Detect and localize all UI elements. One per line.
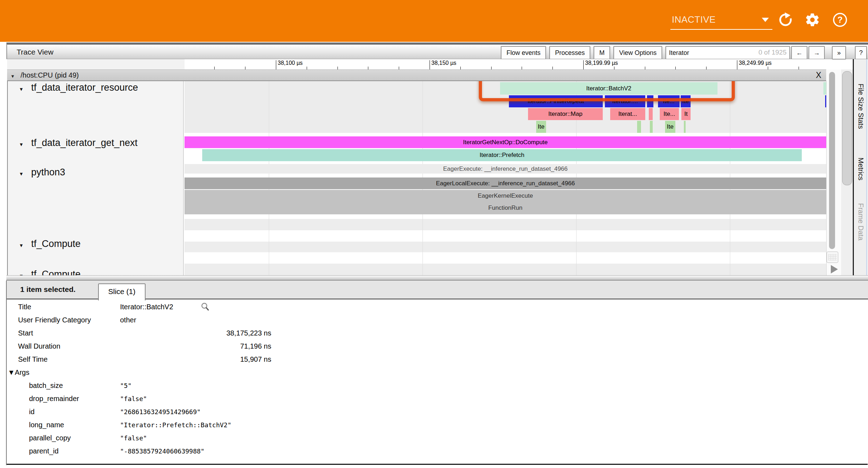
detail-row: drop_remainder"false" [7, 395, 868, 408]
ruler-minor-tick [491, 67, 492, 69]
detail-row: ▼Args [7, 368, 868, 382]
detail-row: parallel_copy"false" [7, 434, 868, 447]
refresh-icon[interactable] [778, 12, 793, 28]
details-bottom-border [7, 464, 868, 465]
help-shortcuts-button[interactable]: ? [855, 46, 867, 60]
ruler-minor-tick [552, 67, 553, 69]
process-header[interactable]: ▾ /host:CPU (pid 49) X [7, 69, 826, 81]
trace-slice[interactable]: IteratorGetNextOp::DoCompute [185, 136, 826, 148]
detail-value: "Iterator::Prefetch::BatchV2" [120, 421, 231, 429]
detail-label: Start [18, 329, 33, 337]
detail-value: other [120, 316, 136, 324]
trace-slice[interactable] [823, 82, 826, 95]
trace-toolbar: Flow events Processes M View Options 0 o… [498, 46, 867, 60]
magnifier-icon[interactable] [200, 301, 210, 314]
trace-slice[interactable]: Ite [665, 121, 675, 133]
detail-row: parent_id"-8853857924060639988" [7, 447, 868, 460]
detail-row: TitleIterator::BatchV2 [7, 303, 868, 316]
ruler-minor-tick [768, 67, 768, 69]
time-ruler: 38,100 µs38,150 µs38,199.99 µs38,249.99 … [7, 59, 826, 69]
gear-icon[interactable] [805, 12, 820, 28]
app-header: INACTIVE ? [0, 0, 868, 42]
ruler-major-tick [737, 60, 737, 69]
sidebar-track-group[interactable]: ▾python3 [8, 167, 183, 181]
track-group-label: python3 [31, 167, 65, 178]
sidebar-track-group[interactable]: ▾tf_data_iterator_get_next [8, 137, 183, 152]
sidebar-track-group[interactable]: ▾tf_Compute [8, 238, 183, 253]
ruler-minor-tick [460, 67, 461, 69]
trace-slice[interactable]: Ite... [660, 108, 679, 120]
trace-slice[interactable] [650, 121, 653, 133]
detail-label: parent_id [29, 447, 58, 455]
args-section-toggle[interactable]: ▼Args [8, 368, 29, 377]
trace-slice[interactable]: Ite [681, 95, 691, 107]
trace-slice[interactable]: Iterator::BatchV2 [500, 82, 717, 95]
ruler-minor-tick [245, 67, 245, 69]
trace-slice[interactable] [637, 121, 641, 133]
outer-scrollbar-thumb[interactable] [842, 71, 852, 185]
trace-bottom-scrollbar[interactable] [6, 275, 868, 281]
resize-arrow-icon[interactable] [831, 265, 838, 274]
detail-row: id"2686136324951429669" [7, 408, 868, 421]
ruler-minor-tick [614, 67, 614, 69]
trace-slice[interactable]: Iterator::FiniteRepeat [509, 95, 603, 107]
drag-grip-handle[interactable] [827, 252, 838, 263]
ruler-tick-label: 38,150 µs [431, 60, 456, 66]
ruler-minor-tick [337, 67, 338, 69]
sidebar-track-group[interactable]: ▾tf_data_iterator_resource [8, 82, 183, 96]
trace-slice[interactable] [684, 121, 686, 133]
side-tab-frame-data[interactable]: Frame Data [857, 203, 865, 241]
trace-slice[interactable]: Iterator:... [605, 95, 645, 107]
trace-slice[interactable]: Iterator::Prefetch [202, 149, 802, 161]
detail-value: 38,175,223 ns [226, 329, 271, 337]
detail-value: "false" [120, 434, 147, 442]
dropdown-underline [670, 29, 772, 30]
trace-slice[interactable]: Iterator::Map [528, 108, 603, 120]
detail-row: User Friendly Categoryother [7, 316, 868, 329]
detail-row: long_name"Iterator::Prefetch::BatchV2" [7, 421, 868, 434]
trace-slice[interactable]: Ite [536, 121, 546, 133]
timeline-canvas[interactable]: EagerExecute: __inference_run_dataset_49… [185, 81, 826, 275]
sidebar-track-group[interactable]: ▾tf_Compute [8, 269, 183, 275]
ruler-minor-tick [799, 67, 799, 69]
side-tab-file-size-stats[interactable]: File Size Stats [857, 84, 865, 129]
close-icon[interactable]: X [816, 71, 821, 80]
help-icon[interactable]: ? [832, 12, 848, 28]
trace-slice[interactable]: It [681, 108, 691, 120]
find-previous-button[interactable]: ← [791, 46, 807, 60]
track-label-sidebar: ▾tf_data_iterator_resource▾tf_data_itera… [7, 81, 184, 275]
expand-panel-button[interactable]: » [832, 46, 846, 60]
ruler-minor-tick [307, 67, 307, 69]
process-name: /host:CPU (pid 49) [21, 71, 79, 79]
collapse-caret-icon[interactable]: ▾ [11, 73, 14, 79]
trace-slice[interactable]: Ite... [658, 95, 680, 107]
detail-value: "false" [120, 395, 147, 402]
find-control: 0 of 1925 [665, 46, 790, 60]
ruler-tick-label: 38,199.99 µs [585, 60, 618, 66]
ruler-sidebar-spacer [7, 59, 185, 69]
chevron-down-icon [762, 18, 769, 22]
trace-slice[interactable] [647, 95, 653, 107]
search-input[interactable] [668, 47, 751, 58]
trace-slice[interactable]: Iterat... [610, 108, 645, 120]
detail-value: "2686136324951429669" [120, 408, 201, 416]
tensorboard-profile-window: { "header": { "status_value": "INACTIVE"… [0, 0, 868, 468]
run-status-dropdown[interactable]: INACTIVE [670, 13, 773, 30]
trace-slice[interactable] [649, 108, 653, 120]
track-group-label: tf_Compute [31, 269, 81, 275]
track-group-label: tf_Compute [31, 238, 81, 249]
find-next-button[interactable]: → [809, 46, 825, 60]
detail-value: 15,907 ns [240, 355, 271, 363]
flow-events-button[interactable]: Flow events [501, 46, 546, 60]
track-group-label: tf_data_iterator_get_next [31, 137, 137, 148]
metadata-button[interactable]: M [594, 46, 610, 60]
processes-button[interactable]: Processes [549, 46, 590, 60]
side-tab-metrics[interactable]: Metrics [857, 158, 865, 180]
inner-scrollbar-thumb[interactable] [829, 72, 835, 249]
view-options-button[interactable]: View Options [613, 46, 662, 60]
detail-row: Self Time15,907 ns [7, 355, 868, 368]
ruler-major-tick [430, 60, 430, 69]
execution-band: EagerLocalExecute: __inference_run_datas… [185, 177, 826, 189]
tab-slice[interactable]: Slice (1) [98, 283, 146, 300]
tabstrip-edge [866, 59, 867, 275]
